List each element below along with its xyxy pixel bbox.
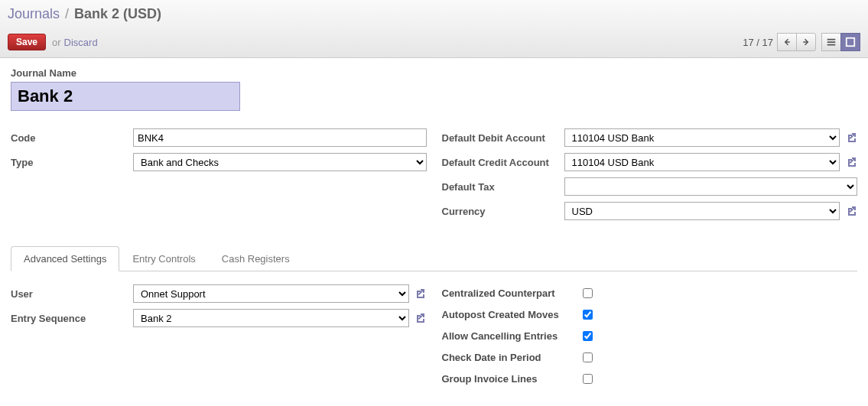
breadcrumb-separator: / <box>63 6 70 21</box>
user-label: User <box>11 288 133 300</box>
group-invoice-checkbox[interactable] <box>583 374 593 384</box>
entry-sequence-label: Entry Sequence <box>11 313 133 324</box>
entry-sequence-select[interactable]: Bank 2 <box>133 309 409 327</box>
external-link-icon <box>414 312 426 324</box>
tab-cash-registers[interactable]: Cash Registers <box>209 246 303 271</box>
form-view-button[interactable] <box>840 33 860 51</box>
user-select[interactable]: Onnet Support <box>133 284 409 303</box>
arrow-right-icon <box>801 37 811 47</box>
autopost-checkbox[interactable] <box>583 310 593 320</box>
default-credit-select[interactable]: 110104 USD Bank <box>564 153 840 171</box>
sequence-external-link[interactable] <box>414 312 427 324</box>
group-invoice-label: Group Invoice Lines <box>442 373 580 385</box>
prev-button[interactable] <box>777 33 797 51</box>
next-button[interactable] <box>796 33 816 51</box>
user-external-link[interactable] <box>414 287 427 300</box>
external-link-icon <box>414 287 426 300</box>
default-tax-label: Default Tax <box>442 181 564 193</box>
or-text: or <box>52 37 61 48</box>
allow-cancelling-checkbox[interactable] <box>583 331 593 341</box>
check-date-label: Check Date in Period <box>442 352 580 363</box>
debit-external-link[interactable] <box>844 132 857 144</box>
default-tax-select[interactable] <box>564 177 858 196</box>
default-debit-label: Default Debit Account <box>442 132 564 144</box>
pager: 17 / 17 <box>743 37 773 48</box>
centralized-counterpart-checkbox[interactable] <box>583 288 593 298</box>
type-select[interactable]: Bank and Checks <box>133 153 427 171</box>
save-button[interactable]: Save <box>8 34 46 50</box>
list-icon <box>826 37 837 47</box>
tab-entry-controls[interactable]: Entry Controls <box>119 246 208 271</box>
list-view-button[interactable] <box>821 33 841 51</box>
external-link-icon <box>845 205 857 217</box>
tab-advanced-settings[interactable]: Advanced Settings <box>11 246 119 271</box>
code-label: Code <box>11 132 133 144</box>
external-link-icon <box>845 156 857 168</box>
currency-external-link[interactable] <box>844 205 857 217</box>
external-link-icon <box>845 132 857 144</box>
code-input[interactable] <box>133 128 427 147</box>
svg-rect-0 <box>847 38 855 47</box>
currency-select[interactable]: USD <box>564 202 840 220</box>
form-icon <box>845 37 856 47</box>
arrow-left-icon <box>782 37 792 47</box>
credit-external-link[interactable] <box>844 156 857 168</box>
type-label: Type <box>11 157 133 168</box>
allow-cancelling-label: Allow Cancelling Entries <box>442 330 580 342</box>
autopost-label: Autopost Created Moves <box>442 309 580 320</box>
discard-link[interactable]: Discard <box>64 37 98 48</box>
journal-name-input[interactable] <box>11 82 240 111</box>
default-credit-label: Default Credit Account <box>442 157 564 168</box>
currency-label: Currency <box>442 206 564 217</box>
breadcrumb: Journals / Bank 2 (USD) <box>8 6 860 22</box>
journal-name-label: Journal Name <box>11 67 857 79</box>
check-date-checkbox[interactable] <box>583 352 593 362</box>
breadcrumb-current: Bank 2 (USD) <box>74 6 161 21</box>
breadcrumb-parent[interactable]: Journals <box>8 6 60 21</box>
centralized-counterpart-label: Centralized Counterpart <box>442 287 580 299</box>
default-debit-select[interactable]: 110104 USD Bank <box>564 128 840 147</box>
